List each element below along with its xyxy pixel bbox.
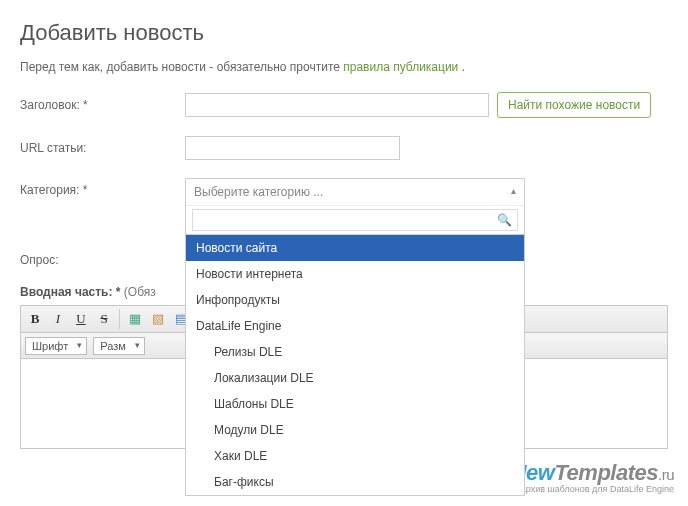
category-option[interactable]: Шаблоны DLE (186, 391, 524, 417)
find-similar-button[interactable]: Найти похожие новости (497, 92, 651, 118)
category-search-input[interactable] (192, 209, 518, 231)
strike-button[interactable]: S (94, 309, 114, 329)
category-option[interactable]: Новости сайта (186, 235, 524, 261)
category-label: Категория: * (20, 178, 185, 197)
category-option[interactable]: Модули DLE (186, 417, 524, 443)
category-select-header[interactable]: Выберите категорию ... (186, 179, 524, 206)
url-label: URL статьи: (20, 141, 185, 155)
category-option[interactable]: Инфопродукты (186, 287, 524, 313)
intro-content-hint: (Обяз (121, 285, 156, 299)
title-label: Заголовок: * (20, 98, 185, 112)
gallery-button[interactable]: ▧ (148, 309, 168, 329)
title-input[interactable] (185, 93, 489, 117)
category-option[interactable]: Баг-фиксы (186, 469, 524, 495)
font-dropdown[interactable]: Шрифт (25, 337, 87, 355)
category-option[interactable]: Релизы DLE (186, 339, 524, 365)
underline-button[interactable]: U (71, 309, 91, 329)
bold-button[interactable]: B (25, 309, 45, 329)
category-option[interactable]: DataLife Engine (186, 313, 524, 339)
size-dropdown[interactable]: Разм (93, 337, 145, 355)
poll-label: Опрос: (20, 253, 185, 267)
category-option[interactable]: Локализации DLE (186, 365, 524, 391)
italic-button[interactable]: I (48, 309, 68, 329)
rules-link[interactable]: правила публикации (343, 60, 458, 74)
intro-content-label: Вводная часть: * (20, 285, 121, 299)
category-option[interactable]: Новости интернета (186, 261, 524, 287)
page-title: Добавить новость (20, 20, 668, 46)
intro-text: Перед тем как, добавить новости - обязат… (20, 60, 668, 74)
toolbar-separator (119, 309, 120, 329)
url-input[interactable] (185, 136, 400, 160)
category-dropdown-list[interactable]: Новости сайтаНовости интернетаИнфопродук… (185, 235, 525, 496)
category-option[interactable]: Хаки DLE (186, 443, 524, 469)
watermark: NewTemplates.ru Архив шаблонов для DataL… (511, 460, 674, 494)
image-button[interactable]: ▦ (125, 309, 145, 329)
